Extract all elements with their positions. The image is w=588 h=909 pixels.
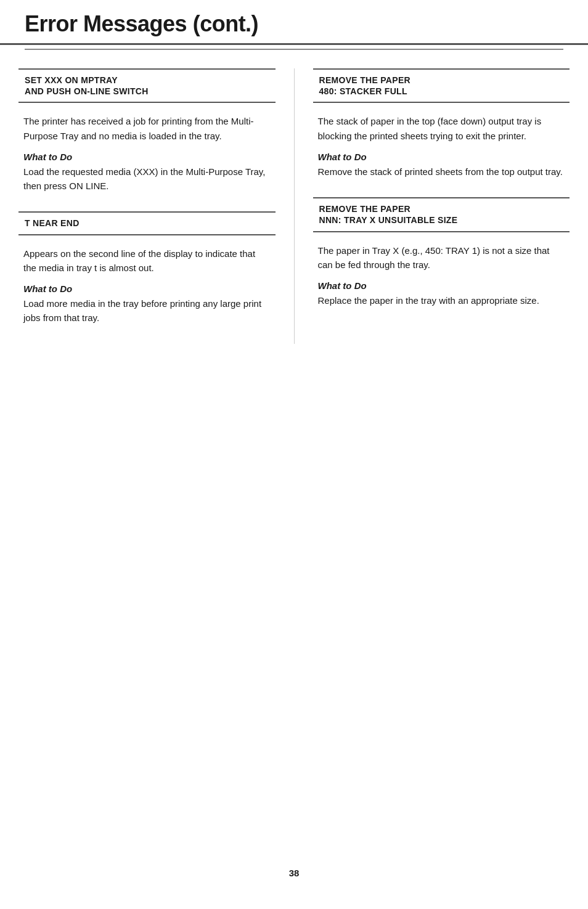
page-number: 38: [0, 855, 588, 891]
section-stacker-full-wtd-label: What to Do: [318, 152, 565, 162]
section-unsuitable-size-title-line1: REMOVE THE PAPER: [319, 204, 410, 214]
page-title: Error Messages (cont.): [25, 11, 563, 37]
section-t-near-end-wtd-label: What to Do: [23, 283, 271, 294]
left-column: SET XXX ON MPTRAY AND PUSH ON-LINE SWITC…: [18, 68, 295, 344]
section-stacker-full-title-line2: 480: STACKER FULL: [319, 86, 407, 96]
section-unsuitable-size-title: REMOVE THE PAPER nnn: TRAY X UNSUITABLE …: [319, 203, 564, 226]
section-stacker-full-wtd-text: Remove the stack of printed sheets from …: [318, 165, 565, 179]
section-set-xxx-description: The printer has received a job for print…: [23, 114, 271, 143]
section-unsuitable-size-description: The paper in Tray X (e.g., 450: TRAY 1) …: [318, 243, 565, 272]
right-column: REMOVE THE PAPER 480: STACKER FULL The s…: [295, 68, 570, 344]
section-t-near-end-body: Appears on the second line of the displa…: [18, 247, 276, 325]
section-set-xxx-title: SET XXX ON MPTRAY AND PUSH ON-LINE SWITC…: [25, 75, 269, 97]
section-set-xxx-wtd-label: What to Do: [23, 152, 271, 162]
section-unsuitable-size-wtd-text: Replace the paper in the tray with an ap…: [318, 293, 565, 308]
section-t-near-end-wtd-text: Load more media in the tray before print…: [23, 296, 271, 325]
section-t-near-end: t NEAR END Appears on the second line of…: [18, 211, 276, 325]
section-stacker-full-title-line1: REMOVE THE PAPER: [319, 75, 410, 85]
section-unsuitable-size-header: REMOVE THE PAPER nnn: TRAY X UNSUITABLE …: [313, 197, 570, 232]
section-stacker-full: REMOVE THE PAPER 480: STACKER FULL The s…: [313, 68, 570, 179]
section-stacker-full-description: The stack of paper in the top (face down…: [318, 114, 565, 143]
section-t-near-end-header: t NEAR END: [18, 211, 276, 235]
section-t-near-end-title: t NEAR END: [25, 218, 269, 229]
section-unsuitable-size-wtd-label: What to Do: [318, 280, 565, 291]
section-set-xxx-title-line2: AND PUSH ON-LINE SWITCH: [25, 86, 149, 96]
section-set-xxx-header: SET XXX ON MPTRAY AND PUSH ON-LINE SWITC…: [18, 68, 276, 103]
section-stacker-full-title: REMOVE THE PAPER 480: STACKER FULL: [319, 75, 564, 97]
top-rule: [25, 49, 563, 50]
section-stacker-full-header: REMOVE THE PAPER 480: STACKER FULL: [313, 68, 570, 103]
section-set-xxx-mptray: SET XXX ON MPTRAY AND PUSH ON-LINE SWITC…: [18, 68, 276, 193]
section-t-near-end-description: Appears on the second line of the displa…: [23, 247, 271, 275]
header-section: Error Messages (cont.): [0, 0, 588, 45]
section-set-xxx-wtd-text: Load the requested media (XXX) in the Mu…: [23, 165, 271, 194]
two-column-layout: SET XXX ON MPTRAY AND PUSH ON-LINE SWITC…: [0, 68, 588, 344]
section-stacker-full-body: The stack of paper in the top (face down…: [313, 114, 570, 179]
section-unsuitable-size-body: The paper in Tray X (e.g., 450: TRAY 1) …: [313, 243, 570, 308]
section-unsuitable-size-title-line2: nnn: TRAY X UNSUITABLE SIZE: [319, 215, 458, 225]
section-unsuitable-size: REMOVE THE PAPER nnn: TRAY X UNSUITABLE …: [313, 197, 570, 308]
section-set-xxx-body: The printer has received a job for print…: [18, 114, 276, 193]
page-container: Error Messages (cont.) SET XXX ON MPTRAY…: [0, 0, 588, 909]
section-set-xxx-title-line1: SET XXX ON MPTRAY: [25, 75, 118, 85]
